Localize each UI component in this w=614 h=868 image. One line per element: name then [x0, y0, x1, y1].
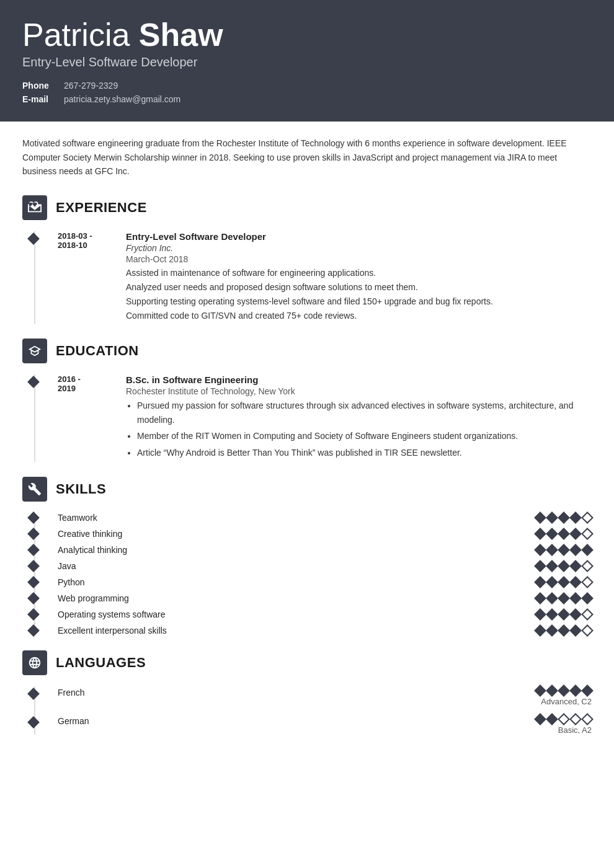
skill-dot-7-2 — [558, 624, 570, 637]
edu-bullets-1: Pursued my passion for software structur… — [126, 399, 592, 459]
skill-item-3: Java — [58, 561, 592, 571]
education-icon — [22, 339, 47, 363]
skill-dot-7-3 — [569, 624, 582, 637]
education-item-1: 2016 -2019 B.Sc. in Software Engineering… — [58, 374, 592, 462]
skill-dots-0 — [536, 513, 592, 522]
edu-bullet-1-0: Pursued my passion for software structur… — [137, 399, 592, 427]
edu-dates-1: 2016 -2019 — [58, 374, 126, 462]
languages-section: LANGUAGES FrenchAdvanced, C2GermanBasic,… — [22, 650, 592, 735]
skill-item-4: Python — [58, 577, 592, 587]
lang-dot-1-1 — [546, 713, 558, 725]
lang-dot-1-4 — [581, 713, 594, 725]
first-name: Patricia — [22, 17, 139, 53]
lang-dots-0 — [536, 686, 592, 695]
lang-right-1: Basic, A2 — [536, 715, 592, 735]
skill-dots-1 — [536, 529, 592, 538]
skill-name-7: Excellent interpersonal skills — [58, 626, 167, 636]
skill-dot-0-1 — [546, 512, 558, 524]
skill-dot-5-3 — [569, 592, 582, 604]
skill-item-1: Creative thinking — [58, 529, 592, 539]
lang-level-0: Advanced, C2 — [536, 697, 592, 706]
skill-dot-3-4 — [581, 560, 594, 572]
skill-dot-2-1 — [546, 544, 558, 556]
lang-item-1: GermanBasic, A2 — [58, 715, 592, 735]
skill-dot-3-2 — [558, 560, 570, 572]
skill-dots-2 — [536, 546, 592, 554]
lang-dot-1-2 — [558, 713, 570, 725]
skill-dots-7 — [536, 626, 592, 635]
experience-section: EXPERIENCE 2018-03 -2018-10 Entry-Level … — [22, 195, 592, 324]
skill-name-1: Creative thinking — [58, 529, 122, 539]
contact-info: Phone 267-279-2329 E-mail patricia.zety.… — [22, 81, 592, 104]
skills-list: TeamworkCreative thinkingAnalytical thin… — [34, 513, 592, 636]
skills-header: SKILLS — [22, 477, 592, 502]
education-header: EDUCATION — [22, 339, 592, 363]
lang-dot-0-3 — [569, 684, 582, 697]
skill-dot-0-3 — [569, 512, 582, 524]
resume-main: Motivated software engineering graduate … — [0, 122, 614, 772]
skill-dot-0-0 — [534, 512, 546, 524]
skill-dot-3-3 — [569, 560, 582, 572]
skill-dot-4-1 — [546, 576, 558, 588]
skill-dot-6-2 — [558, 608, 570, 621]
exp-bullet-1-3: Committed code to GIT/SVN and created 75… — [126, 309, 592, 322]
skill-dot-5-1 — [546, 592, 558, 604]
skill-dot-5-4 — [581, 592, 594, 604]
skill-dot-4-0 — [534, 576, 546, 588]
lang-name-0: French — [58, 686, 85, 698]
exp-title-1: Entry-Level Software Developer — [126, 231, 592, 242]
edu-bullet-1-2: Article “Why Android is Better Than You … — [137, 446, 592, 459]
resume-header: Patricia Shaw Entry-Level Software Devel… — [0, 0, 614, 122]
skill-dot-1-4 — [581, 528, 594, 540]
skill-dot-4-3 — [569, 576, 582, 588]
skill-dot-6-3 — [569, 608, 582, 621]
phone-row: Phone 267-279-2329 — [22, 81, 592, 91]
languages-title: LANGUAGES — [56, 655, 146, 671]
edu-degree-1: B.Sc. in Software Engineering — [126, 374, 592, 385]
edu-institution-1: Rochester Institute of Technology, New Y… — [126, 386, 592, 396]
experience-timeline: 2018-03 -2018-10 Entry-Level Software De… — [34, 231, 592, 324]
skill-item-6: Operating systems software — [58, 609, 592, 619]
skill-dot-2-0 — [534, 544, 546, 556]
experience-title: EXPERIENCE — [56, 200, 147, 216]
skill-dots-4 — [536, 578, 592, 587]
skill-dot-7-4 — [581, 624, 594, 637]
skill-dot-3-1 — [546, 560, 558, 572]
languages-header: LANGUAGES — [22, 650, 592, 675]
education-timeline: 2016 -2019 B.Sc. in Software Engineering… — [34, 374, 592, 462]
education-title: EDUCATION — [56, 343, 139, 359]
skill-dot-7-0 — [534, 624, 546, 637]
skills-section: SKILLS TeamworkCreative thinkingAnalytic… — [22, 477, 592, 636]
email-value: patricia.zety.shaw@gmail.com — [64, 94, 180, 104]
email-row: E-mail patricia.zety.shaw@gmail.com — [22, 94, 592, 104]
skill-item-7: Excellent interpersonal skills — [58, 626, 592, 636]
skill-dot-0-2 — [558, 512, 570, 524]
skill-item-0: Teamwork — [58, 513, 592, 523]
exp-content-1: Entry-Level Software Developer Fryction … — [126, 231, 592, 324]
languages-list: FrenchAdvanced, C2GermanBasic, A2 — [34, 686, 592, 735]
skill-dot-6-1 — [546, 608, 558, 621]
lang-dot-1-3 — [569, 713, 582, 725]
lang-dot-1-0 — [534, 713, 546, 725]
skill-dot-4-4 — [581, 576, 594, 588]
skill-dot-2-4 — [581, 544, 594, 556]
skill-dots-6 — [536, 610, 592, 619]
skill-dot-2-2 — [558, 544, 570, 556]
skill-item-5: Web programming — [58, 593, 592, 603]
lang-item-0: FrenchAdvanced, C2 — [58, 686, 592, 706]
skill-name-0: Teamwork — [58, 513, 97, 523]
full-name: Patricia Shaw — [22, 17, 592, 53]
skill-dot-1-2 — [558, 528, 570, 540]
skill-name-4: Python — [58, 577, 85, 587]
lang-dot-0-2 — [558, 684, 570, 697]
exp-bullet-1-0: Assisted in maintenance of software for … — [126, 267, 592, 280]
phone-label: Phone — [22, 81, 56, 91]
skill-dot-1-3 — [569, 528, 582, 540]
experience-header: EXPERIENCE — [22, 195, 592, 220]
skill-dot-7-1 — [546, 624, 558, 637]
lang-dots-1 — [536, 715, 592, 724]
lang-dot-0-1 — [546, 684, 558, 697]
edu-content-1: B.Sc. in Software Engineering Rochester … — [126, 374, 592, 462]
skill-name-5: Web programming — [58, 593, 129, 603]
phone-value: 267-279-2329 — [64, 81, 118, 91]
